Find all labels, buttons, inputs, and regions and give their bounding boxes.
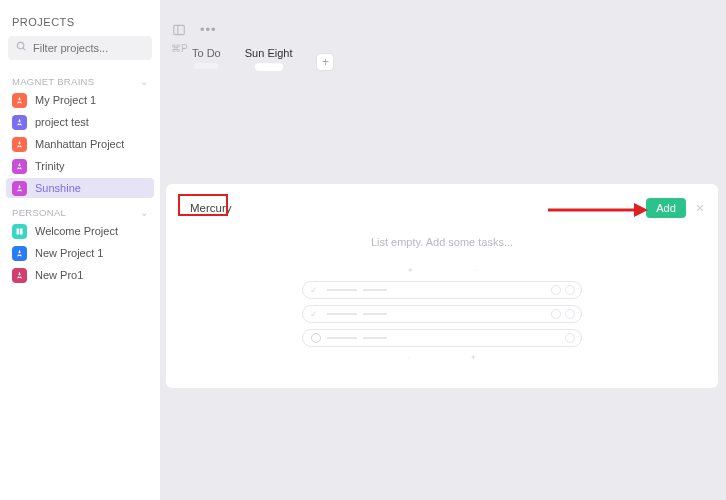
sparkle-icon: ·: [407, 353, 409, 362]
rocket-icon: [12, 93, 27, 108]
section-label: MAGNET BRAINS: [12, 76, 94, 87]
search-icon: [16, 41, 27, 55]
panel-header: Mercury Add ×: [180, 198, 704, 218]
sparkle-icon: ✦: [407, 266, 414, 275]
sidebar-item-sunshine[interactable]: Sunshine: [6, 178, 154, 198]
book-icon: [12, 224, 27, 239]
list-panel: Mercury Add × List empty. Add some tasks…: [166, 184, 718, 388]
svg-point-0: [17, 42, 23, 48]
sidebar-item-welcome-project[interactable]: Welcome Project: [6, 221, 154, 241]
chevron-down-icon: ⌄: [140, 207, 148, 218]
rocket-icon: [12, 115, 27, 130]
sidebar-item-my-project-1[interactable]: My Project 1: [6, 90, 154, 110]
section-label: PERSONAL: [12, 207, 66, 218]
sparkle-icon: ·: [474, 266, 476, 275]
project-label: Sunshine: [35, 182, 81, 194]
rocket-icon: [12, 137, 27, 152]
placeholder-task-row: [302, 305, 582, 323]
svg-line-1: [23, 48, 25, 50]
face-icon: [565, 285, 575, 295]
topbar: •••: [160, 0, 726, 45]
more-menu-icon[interactable]: •••: [200, 22, 217, 37]
rocket-icon: [12, 246, 27, 261]
sidebar-item-manhattan-project[interactable]: Manhattan Project: [6, 134, 154, 154]
sidebar-item-new-project-1[interactable]: New Project 1: [6, 243, 154, 263]
sidebar-item-project-test[interactable]: project test: [6, 112, 154, 132]
add-button[interactable]: Add: [646, 198, 686, 218]
empty-state-message: List empty. Add some tasks...: [180, 236, 704, 248]
thumb-icon: [551, 309, 561, 319]
tab-label: To Do: [192, 47, 221, 59]
project-label: Trinity: [35, 160, 65, 172]
tab-label: Sun Eight: [245, 47, 293, 59]
sidebar-item-new-pro1[interactable]: New Pro1: [6, 265, 154, 285]
svg-rect-2: [174, 25, 185, 34]
project-label: New Project 1: [35, 247, 103, 259]
project-label: Manhattan Project: [35, 138, 124, 150]
project-label: New Pro1: [35, 269, 83, 281]
sparkle-icon: ✦: [470, 353, 477, 362]
sidebar: PROJECTS ⌘P MAGNET BRAINS ⌄ My Project 1…: [0, 0, 160, 500]
project-label: Welcome Project: [35, 225, 118, 237]
placeholder-task-row: [302, 281, 582, 299]
placeholder-task-row: [302, 329, 582, 347]
rocket-icon: [12, 181, 27, 196]
section-header-magnet-brains[interactable]: MAGNET BRAINS ⌄: [0, 72, 160, 89]
add-tab-button[interactable]: +: [316, 53, 334, 71]
chat-icon: [565, 333, 575, 343]
rocket-icon: [12, 268, 27, 283]
empty-state-illustration: ✦· ·✦: [180, 266, 704, 362]
close-icon[interactable]: ×: [696, 200, 704, 216]
tab-to-do[interactable]: To Do: [192, 47, 221, 69]
project-label: My Project 1: [35, 94, 96, 106]
section-header-personal[interactable]: PERSONAL ⌄: [0, 203, 160, 220]
filter-projects-input[interactable]: [33, 42, 171, 54]
tab-indicator: [255, 63, 283, 71]
chevron-down-icon: ⌄: [140, 76, 148, 87]
sidebar-title: PROJECTS: [0, 10, 160, 36]
rocket-icon: [12, 159, 27, 174]
tab-sun-eight[interactable]: Sun Eight: [245, 47, 293, 71]
filter-projects-box[interactable]: ⌘P: [8, 36, 152, 60]
face-icon: [565, 309, 575, 319]
tabs-row: To Do Sun Eight +: [160, 47, 726, 71]
main-content: ••• To Do Sun Eight + Mercury Add × List…: [160, 0, 726, 500]
project-label: project test: [35, 116, 89, 128]
tab-indicator: [194, 63, 218, 69]
sidebar-toggle-icon[interactable]: [172, 23, 186, 37]
list-title[interactable]: Mercury: [180, 198, 242, 218]
attachment-icon: [551, 285, 561, 295]
sidebar-item-trinity[interactable]: Trinity: [6, 156, 154, 176]
